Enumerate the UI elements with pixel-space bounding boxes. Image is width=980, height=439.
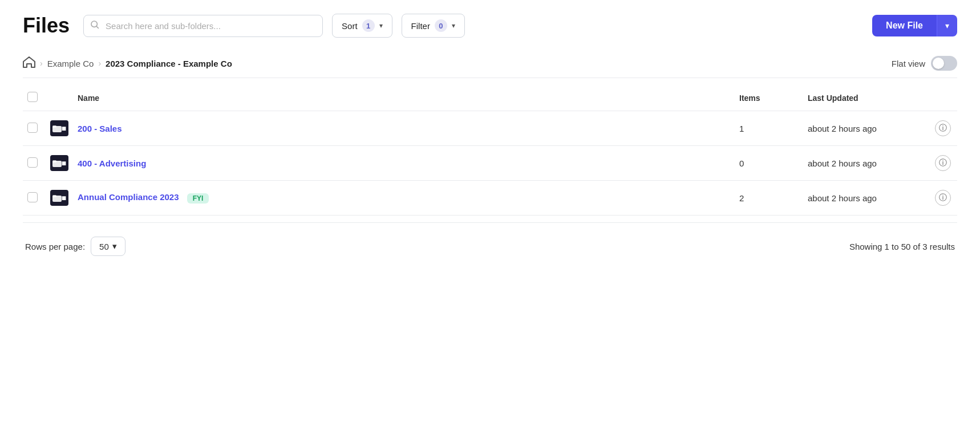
row-updated-1: about 2 hours ago [803, 146, 929, 181]
row-icon-0: ■ [46, 111, 73, 146]
file-table: Name Items Last Updated ■ 200 - Sales [23, 85, 957, 216]
new-file-button[interactable]: New File [872, 15, 937, 36]
sort-label: Sort [342, 21, 358, 31]
breadcrumb-sep-1: › [40, 59, 43, 68]
svg-line-1 [96, 26, 98, 28]
row-check-1 [23, 146, 46, 181]
folder-icon-1: ■ [50, 155, 68, 171]
divider-2 [23, 222, 957, 223]
row-name-cell-2: Annual Compliance 2023 FYI [73, 181, 735, 216]
info-icon-2[interactable]: ⓘ [935, 190, 951, 206]
col-header-name: Name [73, 85, 735, 111]
svg-rect-3 [52, 125, 56, 128]
table-row: ■ Annual Compliance 2023 FYI 2 about 2 h… [23, 181, 957, 216]
fyi-badge-2: FYI [187, 193, 209, 204]
flat-view-label: Flat view [892, 59, 925, 68]
search-icon [90, 20, 99, 31]
row-updated-2: about 2 hours ago [803, 181, 929, 216]
page-header: Files Sort 1 ▾ Filter 0 ▾ New File ▾ [23, 14, 957, 38]
rows-per-page-chevron-icon: ▾ [112, 241, 117, 251]
row-icon-1: ■ [46, 146, 73, 181]
row-items-1: 0 [735, 146, 803, 181]
sort-button[interactable]: Sort 1 ▾ [332, 14, 392, 38]
breadcrumb-item-compliance[interactable]: 2023 Compliance - Example Co [106, 59, 232, 68]
svg-rect-9 [52, 195, 56, 197]
row-name-link-2[interactable]: Annual Compliance 2023 [78, 192, 179, 202]
col-header-updated: Last Updated [803, 85, 929, 111]
row-icon-2: ■ [46, 181, 73, 216]
row-items-0: 1 [735, 111, 803, 146]
row-action-1: ⓘ [929, 146, 957, 181]
col-header-icon [46, 85, 73, 111]
table-header: Name Items Last Updated [23, 85, 957, 111]
divider-1 [23, 78, 957, 78]
filter-button[interactable]: Filter 0 ▾ [402, 14, 465, 38]
footer: Rows per page: 50 ▾ Showing 1 to 50 of 3… [23, 237, 957, 256]
sort-count: 1 [362, 19, 375, 32]
row-checkbox-1[interactable] [27, 157, 38, 168]
table-body: ■ 200 - Sales 1 about 2 hours ago ⓘ ■ [23, 111, 957, 216]
breadcrumb-sep-2: › [98, 59, 101, 68]
row-name-cell-0: 200 - Sales [73, 111, 735, 146]
flat-view-toggle: Flat view [892, 56, 957, 71]
filter-count: 0 [435, 19, 447, 32]
table-row: ■ 200 - Sales 1 about 2 hours ago ⓘ [23, 111, 957, 146]
col-header-items: Items [735, 85, 803, 111]
showing-text: Showing 1 to 50 of 3 results [849, 242, 955, 251]
row-items-2: 2 [735, 181, 803, 216]
info-icon-1[interactable]: ⓘ [935, 155, 951, 171]
row-name-link-1[interactable]: 400 - Advertising [78, 158, 146, 168]
new-file-group: New File ▾ [872, 15, 957, 36]
row-checkbox-2[interactable] [27, 192, 38, 202]
filter-chevron-icon: ▾ [452, 22, 455, 30]
svg-rect-6 [52, 160, 56, 162]
rows-per-page-value: 50 [99, 242, 109, 251]
row-check-0 [23, 111, 46, 146]
row-action-0: ⓘ [929, 111, 957, 146]
new-file-dropdown-icon: ▾ [945, 21, 949, 30]
flat-view-switch[interactable] [931, 56, 957, 71]
home-icon[interactable] [23, 56, 35, 71]
select-all-checkbox[interactable] [27, 92, 38, 102]
filter-label: Filter [411, 21, 430, 31]
toggle-knob [933, 58, 944, 69]
info-icon-0[interactable]: ⓘ [935, 120, 951, 136]
breadcrumb: › Example Co › 2023 Compliance - Example… [23, 56, 957, 71]
folder-icon-0: ■ [50, 120, 68, 136]
search-input[interactable] [83, 15, 323, 37]
row-checkbox-0[interactable] [27, 123, 38, 133]
new-file-dropdown-button[interactable]: ▾ [937, 15, 957, 36]
col-header-action [929, 85, 957, 111]
search-wrapper [83, 15, 323, 37]
row-name-link-0[interactable]: 200 - Sales [78, 124, 122, 133]
row-check-2 [23, 181, 46, 216]
rows-per-page-select[interactable]: 50 ▾ [91, 237, 125, 256]
row-action-2: ⓘ [929, 181, 957, 216]
rows-per-page-label: Rows per page: [25, 242, 85, 251]
breadcrumb-item-example-co[interactable]: Example Co [47, 59, 94, 68]
sort-chevron-icon: ▾ [379, 22, 383, 30]
row-name-cell-1: 400 - Advertising [73, 146, 735, 181]
folder-icon-2: ■ [50, 190, 68, 206]
rows-per-page-control: Rows per page: 50 ▾ [25, 237, 125, 256]
col-header-check [23, 85, 46, 111]
table-row: ■ 400 - Advertising 0 about 2 hours ago … [23, 146, 957, 181]
page-title: Files [23, 14, 70, 38]
row-updated-0: about 2 hours ago [803, 111, 929, 146]
